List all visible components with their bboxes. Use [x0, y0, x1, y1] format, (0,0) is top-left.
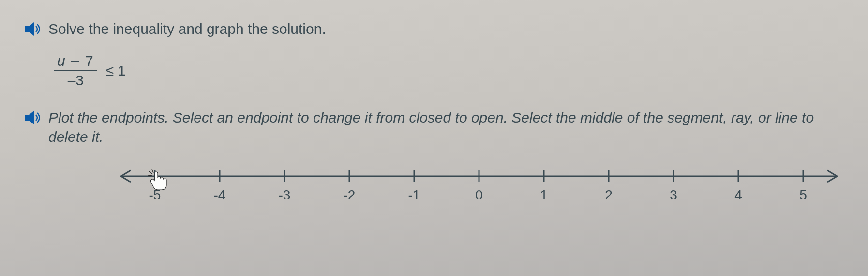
fraction: u – 7 –3 — [54, 53, 97, 89]
inequality-operator: ≤ — [106, 62, 114, 79]
numerator-variable: u — [57, 53, 66, 69]
denominator: –3 — [68, 71, 84, 89]
tick-label: -5 — [149, 187, 161, 202]
number-line[interactable]: -5-4-3-2-1012345 — [116, 162, 842, 215]
tick-label: 0 — [475, 187, 483, 202]
inequality-expression: u – 7 –3 ≤ 1 — [54, 53, 844, 89]
tick-label: -1 — [408, 187, 420, 202]
tick-label: -3 — [279, 187, 291, 202]
numerator-constant: 7 — [85, 53, 94, 69]
tick-label: 5 — [799, 187, 807, 202]
tick-label: -4 — [214, 187, 226, 202]
tick-label: 4 — [734, 187, 742, 202]
instruction-text-2: Plot the endpoints. Select an endpoint t… — [48, 108, 844, 147]
tick-label: 1 — [540, 187, 548, 202]
speaker-icon[interactable] — [24, 110, 42, 127]
inequality-rhs: 1 — [118, 62, 126, 79]
tick-label: 2 — [605, 187, 613, 202]
tick-label: 3 — [670, 187, 677, 202]
numerator-operator: – — [71, 53, 80, 69]
numerator: u – 7 — [54, 53, 97, 71]
speaker-icon[interactable] — [24, 21, 42, 39]
tick-label: -2 — [344, 187, 356, 202]
instruction-text-1: Solve the inequality and graph the solut… — [48, 19, 326, 39]
